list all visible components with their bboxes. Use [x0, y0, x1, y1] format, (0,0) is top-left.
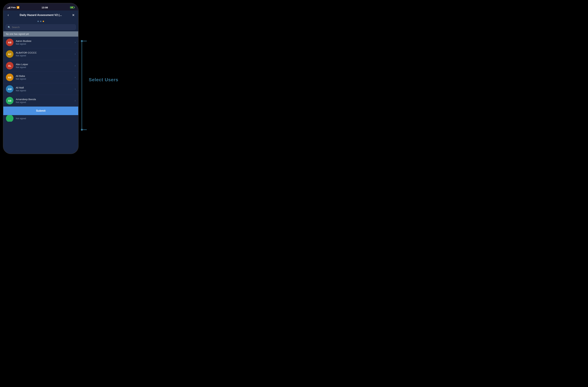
close-button[interactable]: ✕ [71, 13, 76, 17]
back-button[interactable]: ‹ [6, 13, 11, 17]
battery-icon: ⚡ [70, 6, 74, 9]
chevron-right-icon: › [75, 41, 76, 44]
avatar: AM [6, 85, 14, 93]
user-status: Not signed [16, 54, 72, 57]
search-bar-container: 🔍 [3, 23, 78, 31]
annotation-bracket-svg [79, 39, 92, 131]
user-name: Ali Mafi [16, 86, 72, 89]
section-header-label: No one has signed yet [6, 33, 29, 35]
user-item[interactable]: AM Ali Mafi Not signed › [3, 83, 78, 95]
user-info: Aaron Busbee Not signed [16, 39, 72, 45]
avatar: AB [6, 39, 14, 46]
user-name: Aaron Busbee [16, 39, 72, 42]
submit-button[interactable]: Submit [3, 107, 78, 115]
chevron-right-icon: › [75, 64, 76, 67]
header-title: Daily Hazard Assessment V2 (... [12, 14, 69, 17]
user-info: Alex Leiper Not signed [16, 63, 72, 68]
user-list: AB Aaron Busbee Not signed › AC ALBATOR … [3, 37, 78, 154]
svg-point-4 [81, 129, 83, 131]
select-users-label: Select Users [89, 77, 118, 82]
dot-2 [40, 21, 42, 22]
signal-bar-4 [10, 7, 10, 9]
user-item[interactable]: AL Alex Leiper Not signed › [3, 60, 78, 72]
user-status: Not signed [16, 101, 72, 103]
signal-bar-3 [9, 7, 9, 9]
avatar: AB [6, 74, 14, 81]
search-input-wrapper[interactable]: 🔍 [6, 24, 76, 30]
signal-bars-icon [7, 6, 10, 9]
user-status: Not signed [16, 43, 72, 45]
user-item-partial: Not signed [3, 115, 78, 122]
chevron-right-icon: › [75, 76, 76, 79]
user-item[interactable]: AB Amandeep Beesla Not signed › [3, 95, 78, 107]
user-item[interactable]: AC ALBATOR CCCCC Not signed › [3, 48, 78, 60]
user-name: Alex Leiper [16, 63, 72, 66]
svg-point-3 [81, 40, 83, 42]
user-name: Amandeep Beesla [16, 98, 72, 101]
signal-bar-1 [7, 8, 8, 9]
avatar: AL [6, 62, 14, 69]
dot-3 [43, 21, 44, 22]
user-name: Ali Baba [16, 75, 72, 77]
status-bar: Fido 📶 13:08 ⚡ [3, 3, 78, 11]
signal-bar-2 [8, 8, 9, 9]
status-left: Fido 📶 [7, 6, 19, 9]
avatar: AC [6, 50, 14, 58]
avatar: AB [6, 97, 14, 104]
user-info: ALBATOR CCCCC Not signed [16, 51, 72, 57]
user-info: Amandeep Beesla Not signed [16, 98, 72, 103]
user-item[interactable]: AB Ali Baba Not signed › [3, 72, 78, 83]
battery-bolt-icon: ⚡ [71, 7, 73, 8]
pagination-dots [3, 20, 78, 23]
user-item[interactable]: AB Aaron Busbee Not signed › [3, 37, 78, 48]
status-right: ⚡ [70, 6, 74, 9]
chevron-right-icon: › [75, 88, 76, 91]
chevron-right-icon: › [75, 99, 76, 102]
user-name: ALBATOR CCCCC [16, 51, 72, 54]
user-status: Not signed [16, 78, 72, 80]
user-info: Ali Baba Not signed [16, 75, 72, 80]
search-input[interactable] [12, 26, 74, 29]
user-info: Not signed [16, 117, 76, 120]
carrier-label: Fido [11, 6, 16, 9]
dot-1 [38, 21, 39, 22]
time-display: 13:08 [42, 6, 48, 9]
search-icon: 🔍 [8, 26, 11, 29]
chevron-right-icon: › [75, 53, 76, 56]
avatar [6, 115, 14, 122]
wifi-icon: 📶 [17, 6, 19, 9]
phone-frame: Fido 📶 13:08 ⚡ ‹ Daily Hazard Assessment… [3, 3, 79, 154]
user-status: Not signed [16, 117, 76, 120]
user-info: Ali Mafi Not signed [16, 86, 72, 92]
battery-tip [74, 7, 75, 8]
section-header: No one has signed yet [3, 31, 78, 37]
user-status: Not signed [16, 66, 72, 68]
app-header: ‹ Daily Hazard Assessment V2 (... ✕ [3, 11, 78, 20]
phone-content: ‹ Daily Hazard Assessment V2 (... ✕ 🔍 No… [3, 11, 78, 154]
user-status: Not signed [16, 89, 72, 92]
